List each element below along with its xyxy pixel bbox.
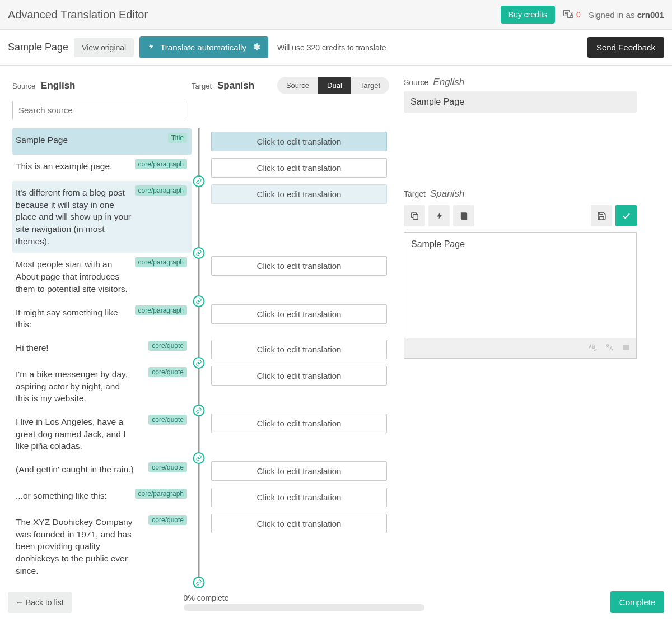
segment-source[interactable]: I live in Los Angeles, have a great dog … xyxy=(12,410,192,458)
segment-divider xyxy=(192,363,206,410)
back-to-list-button[interactable]: ← Back to list xyxy=(8,592,72,613)
username: crn001 xyxy=(637,10,664,20)
edit-translation-box[interactable]: Click to edit translation xyxy=(211,461,387,481)
spellcheck-icon[interactable] xyxy=(588,343,597,354)
edit-translation-box[interactable]: Click to edit translation xyxy=(211,184,387,204)
segment-source[interactable]: It might say something like this:core/pa… xyxy=(12,301,192,336)
link-icon[interactable] xyxy=(193,175,204,187)
view-original-button[interactable]: View original xyxy=(74,38,134,57)
segment-row[interactable]: Most people start with an About page tha… xyxy=(12,253,389,300)
buy-credits-button[interactable]: Buy credits xyxy=(501,6,555,24)
segment-row[interactable]: This is an example page.core/paragraphCl… xyxy=(12,155,389,181)
segment-divider xyxy=(192,181,206,253)
app-title: Advanced Translation Editor xyxy=(8,8,148,21)
edit-translation-box[interactable]: Click to edit translation xyxy=(211,158,387,178)
svg-rect-3 xyxy=(413,214,418,219)
segment-tag: core/paragraph xyxy=(135,305,187,315)
segment-target: Click to edit translation xyxy=(206,181,389,253)
target-language: Spanish xyxy=(217,80,254,91)
segment-tag: core/paragraph xyxy=(135,257,187,267)
segment-tag: core/paragraph xyxy=(135,185,187,196)
segment-target: Click to edit translation xyxy=(206,484,389,510)
segment-source[interactable]: This is an example page.core/paragraph xyxy=(12,155,192,181)
target-label: Target xyxy=(192,82,212,90)
progress-label: 0% complete xyxy=(184,593,424,602)
gear-icon xyxy=(252,43,260,53)
edit-translation-box[interactable]: Click to edit translation xyxy=(211,514,387,533)
segment-tag: core/paragraph xyxy=(135,489,187,499)
edit-translation-box[interactable]: Click to edit translation xyxy=(211,488,387,507)
view-target-button[interactable]: Target xyxy=(351,77,389,94)
link-icon[interactable] xyxy=(193,577,204,588)
segment-row[interactable]: The XYZ Doohickey Company was founded in… xyxy=(12,510,389,582)
segment-tag: core/quote xyxy=(148,415,187,425)
machine-translate-button[interactable] xyxy=(428,205,450,226)
link-icon[interactable] xyxy=(193,247,204,259)
segment-source[interactable]: ...or something like this:core/paragraph xyxy=(12,484,192,510)
link-icon[interactable] xyxy=(193,357,204,369)
tag-tool-icon[interactable] xyxy=(622,343,631,354)
segment-source[interactable]: The XYZ Doohickey Company was founded in… xyxy=(12,510,192,582)
send-feedback-button[interactable]: Send Feedback xyxy=(587,37,664,58)
segment-tag: core/paragraph xyxy=(135,159,187,169)
segment-divider xyxy=(192,155,206,181)
segment-row[interactable]: Hi there!core/quoteClick to edit transla… xyxy=(12,336,389,363)
translation-editor[interactable]: Sample Page xyxy=(404,232,637,338)
translate-automatically-button[interactable]: Translate automatically xyxy=(139,36,268,58)
rp-target-label: Target xyxy=(404,189,426,198)
source-language: English xyxy=(41,80,75,91)
segment-row[interactable]: ...or something like this:core/paragraph… xyxy=(12,484,389,510)
segment-row[interactable]: I live in Los Angeles, have a great dog … xyxy=(12,410,389,458)
segment-source[interactable]: I'm a bike messenger by day, aspiring ac… xyxy=(12,363,192,410)
segment-divider xyxy=(192,510,206,582)
link-icon[interactable] xyxy=(193,405,204,416)
segment-divider xyxy=(192,410,206,458)
credit-count: 0 xyxy=(576,10,581,19)
segment-target: Click to edit translation xyxy=(206,363,389,410)
edit-translation-box[interactable]: Click to edit translation xyxy=(211,366,387,386)
save-button[interactable] xyxy=(591,205,612,226)
page-title: Sample Page xyxy=(8,41,68,53)
segment-row[interactable]: It's different from a blog post because … xyxy=(12,181,389,253)
segment-tag: core/quote xyxy=(148,462,187,472)
svg-rect-4 xyxy=(623,345,629,350)
progress-bar xyxy=(184,604,424,611)
segment-source[interactable]: (And gettin' caught in the rain.)core/qu… xyxy=(12,458,192,484)
edit-translation-box[interactable]: Click to edit translation xyxy=(211,340,387,359)
credits-usage-label: Will use 320 credits to translate xyxy=(277,43,386,52)
segment-source[interactable]: Sample PageTitle xyxy=(12,128,192,155)
segment-source[interactable]: Hi there!core/quote xyxy=(12,336,192,363)
segment-source[interactable]: Most people start with an About page tha… xyxy=(12,253,192,300)
edit-translation-box[interactable]: Click to edit translation xyxy=(211,414,387,433)
link-icon[interactable] xyxy=(193,452,204,464)
view-source-button[interactable]: Source xyxy=(277,77,318,94)
edit-translation-box[interactable]: Click to edit translation xyxy=(211,256,387,276)
segment-divider xyxy=(192,253,206,300)
edit-translation-box[interactable]: Click to edit translation xyxy=(211,304,387,324)
glossary-button[interactable] xyxy=(453,205,474,226)
segment-source[interactable]: It's different from a blog post because … xyxy=(12,181,192,253)
edit-translation-box[interactable]: Click to edit translation xyxy=(211,132,387,151)
segment-target: Click to edit translation xyxy=(206,155,389,181)
segment-divider xyxy=(192,484,206,510)
confirm-button[interactable] xyxy=(615,205,637,226)
svg-text:A: A xyxy=(570,12,573,17)
segment-text: The XYZ Doohickey Company was founded in… xyxy=(16,516,186,577)
segment-target: Click to edit translation xyxy=(206,410,389,458)
rp-source-label: Source xyxy=(404,78,428,87)
segment-row[interactable]: Sample PageTitleClick to edit translatio… xyxy=(12,128,389,155)
segment-text: It's different from a blog post because … xyxy=(16,187,186,247)
view-dual-button[interactable]: Dual xyxy=(318,77,351,94)
search-input[interactable] xyxy=(12,101,184,119)
segment-row[interactable]: I'm a bike messenger by day, aspiring ac… xyxy=(12,363,389,410)
translate-tool-icon[interactable] xyxy=(605,343,614,354)
copy-source-button[interactable] xyxy=(404,205,425,226)
complete-button[interactable]: Complete xyxy=(610,591,664,613)
segment-tag: core/quote xyxy=(148,341,187,351)
segment-tag: core/quote xyxy=(148,515,187,525)
segment-target: Click to edit translation xyxy=(206,336,389,363)
link-icon[interactable] xyxy=(193,295,204,307)
segment-target: Click to edit translation xyxy=(206,301,389,336)
translate-credits-icon: A xyxy=(563,8,574,21)
segment-target: Click to edit translation xyxy=(206,458,389,484)
